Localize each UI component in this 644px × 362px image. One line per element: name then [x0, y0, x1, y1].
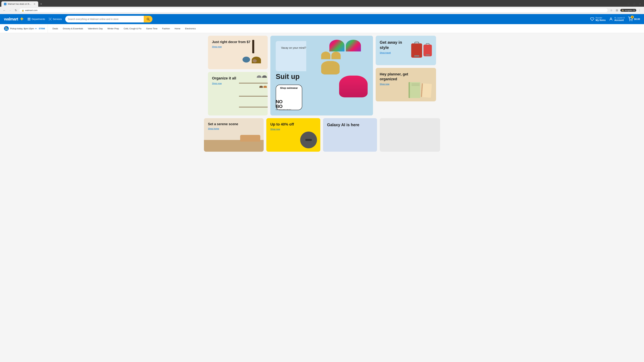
walmart-logo[interactable]: walmart ✦: [4, 16, 24, 22]
organize-title: Organize it all: [212, 76, 264, 81]
nav-link-electronics[interactable]: Electronics: [183, 25, 198, 32]
sale-promo-card[interactable]: Up to 40% off Shop now: [266, 118, 320, 152]
svg-point-6: [51, 18, 51, 18]
refresh-button[interactable]: ↻: [14, 8, 18, 13]
new-tab-button[interactable]: +: [39, 2, 44, 6]
walmart-favicon: W: [4, 3, 6, 5]
placeholder-card-4: [380, 118, 440, 152]
search-bar: [65, 16, 152, 22]
browser-window: W Walmart has deals on the most... ✕ + ─…: [0, 0, 644, 14]
pickup-info[interactable]: 🏪 Pickup today, 9pm-10pm ▾ 07094: [4, 24, 48, 33]
account-label: Account: [614, 19, 625, 21]
suitcase-handle-2: [426, 43, 430, 45]
serene-promo-card[interactable]: Set a serene scene Shop home: [204, 118, 264, 152]
store-icon: 🏪: [4, 26, 9, 31]
galaxy-promo-card[interactable]: Galaxy AI is here: [323, 118, 377, 152]
zip-code: 07094: [39, 27, 45, 30]
close-button[interactable]: ✕: [637, 1, 643, 7]
back-button[interactable]: ←: [2, 8, 7, 13]
search-input[interactable]: [65, 16, 144, 22]
address-bar[interactable]: 🔒 walmart.com: [19, 8, 608, 12]
main-content-wrapper: Just right decor from $7 Shop now: [200, 33, 444, 156]
nav-link-winter-prep[interactable]: Winter Prep: [106, 25, 121, 32]
large-suitcase: [411, 43, 422, 58]
pickup-label: Pickup today, 9pm-10pm: [10, 27, 34, 30]
category-nav-links: Deals Grocery & Essentials Valentine's D…: [48, 25, 198, 32]
hi-label: Hi, Lauren D: [614, 17, 625, 19]
notebook-2: [421, 83, 432, 98]
cart-icon-wrapper: 0: [628, 16, 633, 22]
organize-promo-card[interactable]: Organize it all Shop now: [208, 72, 268, 115]
hero-promo-card[interactable]: Vacay on your mind? Suit up Shop swimwea…: [270, 36, 373, 115]
cart-action[interactable]: 0 $0.00: [628, 16, 640, 22]
sidebar-toggle-button[interactable]: ⊟: [615, 8, 619, 13]
planner-title: Hey planner, get organized: [380, 72, 408, 81]
svg-point-13: [632, 20, 632, 21]
svg-point-11: [610, 18, 612, 19]
browser-tab-active[interactable]: W Walmart has deals on the most... ✕: [1, 1, 38, 7]
galaxy-title: Galaxy AI is here: [327, 122, 373, 127]
chevron-down-icon: ▾: [36, 27, 36, 30]
hero-swimwear-image: [306, 36, 373, 115]
bowl-decoration-2: [242, 57, 250, 62]
maximize-button[interactable]: □: [632, 1, 637, 7]
reorder-my-items[interactable]: Reorder My Items: [590, 17, 606, 21]
nav-link-cold-cough[interactable]: Cold, Cough & Flu: [122, 25, 144, 32]
departments-label: Departments: [32, 18, 45, 20]
shop-home-link[interactable]: Shop home: [208, 127, 260, 130]
my-items-label: My Items: [596, 19, 606, 21]
vacuum-sensor: [305, 139, 312, 141]
organize-shop-now-link[interactable]: Shop now: [212, 82, 264, 85]
svg-rect-2: [28, 19, 29, 20]
nav-link-deals[interactable]: Deals: [50, 25, 60, 32]
decor-shop-now-link[interactable]: Shop now: [212, 45, 264, 48]
forward-button[interactable]: →: [8, 8, 12, 13]
minimize-button[interactable]: ─: [626, 1, 631, 7]
bikini-bottom-pink: [339, 76, 368, 97]
notebook-1: [408, 82, 420, 98]
travel-promo-card[interactable]: Get away in style Shop travel: [376, 36, 436, 65]
services-icon: [48, 17, 52, 21]
nav-link-valentines[interactable]: Valentine's Day: [86, 25, 105, 32]
bottom-row: Set a serene scene Shop home Up to 40% o…: [204, 118, 440, 156]
services-nav[interactable]: Services: [48, 17, 62, 21]
candle-holder: [252, 59, 257, 62]
services-label: Services: [53, 18, 62, 20]
sale-title: Up to 40% off: [270, 122, 316, 126]
bookmark-button[interactable]: ☆: [609, 8, 614, 13]
search-button[interactable]: [144, 16, 152, 22]
menu-button[interactable]: ⋮: [637, 8, 642, 13]
right-column: Get away in style Shop travel: [376, 36, 436, 115]
decor-promo-card[interactable]: Just right decor from $7 Shop now: [208, 36, 268, 69]
notebooks-image: [405, 69, 434, 98]
reorder-text: Reorder My Items: [596, 17, 606, 21]
lock-icon: 🔒: [22, 9, 24, 11]
search-icon: [146, 17, 150, 21]
cart-badge: 0: [631, 15, 634, 18]
svg-point-7: [49, 20, 49, 20]
decor-title: Just right decor from $7: [212, 40, 264, 44]
departments-nav[interactable]: Departments: [27, 17, 45, 21]
window-controls: ─ □ ✕: [626, 1, 643, 7]
browser-controls: ← → ↻ 🔒 walmart.com ☆ ⊟ 🕵 Incognito (3) …: [0, 7, 644, 14]
nav-link-fashion[interactable]: Fashion: [160, 25, 172, 32]
svg-point-4: [50, 19, 50, 19]
suitcase-handle: [414, 42, 419, 44]
heart-icon: [590, 17, 594, 21]
suitcase-wheels: [414, 56, 420, 57]
user-icon: [609, 17, 613, 21]
account-action[interactable]: Hi, Lauren D Account: [609, 17, 625, 21]
nav-link-home[interactable]: Home: [172, 25, 182, 32]
suitcase-wheels-2: [426, 55, 430, 55]
sale-shop-now-link[interactable]: Shop now: [270, 128, 316, 130]
nav-link-grocery[interactable]: Grocery & Essentials: [61, 25, 85, 32]
bikini-set-gold: [321, 52, 343, 74]
logo-text: walmart: [4, 17, 18, 21]
serene-title: Set a serene scene: [208, 122, 260, 126]
medium-suitcase: [424, 44, 432, 56]
nav-link-game-time[interactable]: Game Time: [144, 25, 159, 32]
couch-back: [240, 135, 260, 142]
reorder-label: Reorder: [596, 17, 606, 19]
tab-close-button[interactable]: ✕: [34, 3, 36, 5]
planner-promo-card[interactable]: Hey planner, get organized Shop now: [376, 68, 436, 101]
